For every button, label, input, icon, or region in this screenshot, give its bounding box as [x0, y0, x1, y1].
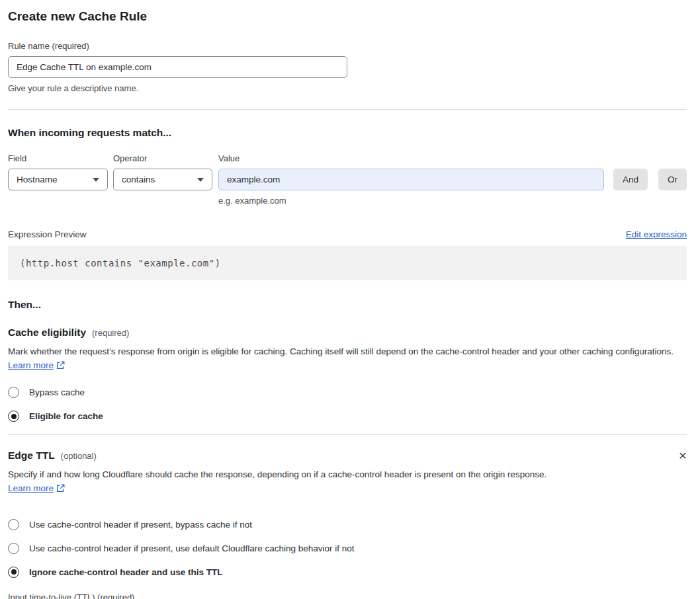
rule-name-input[interactable] — [8, 56, 347, 78]
or-button[interactable]: Or — [658, 169, 687, 190]
learn-more-link[interactable]: Learn more — [8, 360, 54, 370]
value-input[interactable] — [218, 169, 604, 190]
close-icon[interactable]: × — [679, 448, 687, 462]
match-section-heading: When incoming requests match... — [8, 127, 687, 139]
value-helper: e.g. example.com — [218, 196, 604, 206]
create-cache-rule-form: Create new Cache Rule Rule name (require… — [0, 0, 700, 599]
edge-ttl-description: Specify if and how long Cloudflare shoul… — [8, 467, 567, 497]
value-label: Value — [218, 153, 604, 163]
edit-expression-link[interactable]: Edit expression — [626, 229, 687, 239]
edge-ttl-optional-note: (optional) — [61, 451, 97, 461]
operator-select[interactable]: contains — [113, 169, 212, 190]
external-link-icon — [56, 483, 65, 497]
field-select[interactable]: Hostname — [8, 169, 108, 190]
external-link-icon — [56, 360, 65, 374]
radio-icon[interactable] — [8, 411, 19, 422]
learn-more-link[interactable]: Learn more — [8, 483, 54, 493]
radio-option-ignore-header-ttl[interactable]: Ignore cache-control header and use this… — [8, 567, 687, 578]
expression-code: (http.host contains "example.com") — [8, 246, 687, 280]
cache-eligibility-options: Bypass cache Eligible for cache — [8, 387, 687, 422]
and-button[interactable]: And — [613, 169, 648, 190]
radio-icon[interactable] — [8, 387, 19, 398]
condition-row: Field Hostname Operator contains Value e… — [8, 153, 687, 206]
divider — [8, 109, 687, 110]
field-label: Field — [8, 153, 108, 163]
ttl-label: Input time-to-live (TTL) (required) — [8, 592, 687, 599]
edge-ttl-options: Use cache-control header if present, byp… — [8, 519, 687, 578]
rule-name-label: Rule name (required) — [8, 41, 687, 51]
chevron-down-icon — [93, 178, 99, 182]
rule-name-helper: Give your rule a descriptive name. — [8, 83, 687, 93]
expression-preview-label: Expression Preview — [8, 229, 87, 239]
operator-select-value: contains — [122, 175, 155, 184]
radio-icon[interactable] — [8, 567, 19, 578]
field-select-value: Hostname — [17, 175, 58, 184]
cache-eligibility-heading: Cache eligibility — [8, 327, 86, 339]
cache-eligibility-description: Mark whether the request’s response from… — [8, 344, 687, 374]
page-title: Create new Cache Rule — [8, 9, 687, 24]
then-heading: Then... — [8, 299, 687, 311]
radio-option-bypass-cache[interactable]: Bypass cache — [8, 387, 687, 398]
operator-label: Operator — [113, 153, 212, 163]
radio-option-use-header-bypass[interactable]: Use cache-control header if present, byp… — [8, 519, 687, 530]
radio-icon[interactable] — [8, 543, 19, 554]
cache-eligibility-required-note: (required) — [92, 328, 129, 338]
radio-option-eligible-for-cache[interactable]: Eligible for cache — [8, 411, 687, 422]
radio-icon[interactable] — [8, 519, 19, 530]
radio-option-use-header-default[interactable]: Use cache-control header if present, use… — [8, 543, 687, 554]
edge-ttl-heading: Edge TTL — [8, 450, 55, 461]
chevron-down-icon — [197, 178, 204, 182]
